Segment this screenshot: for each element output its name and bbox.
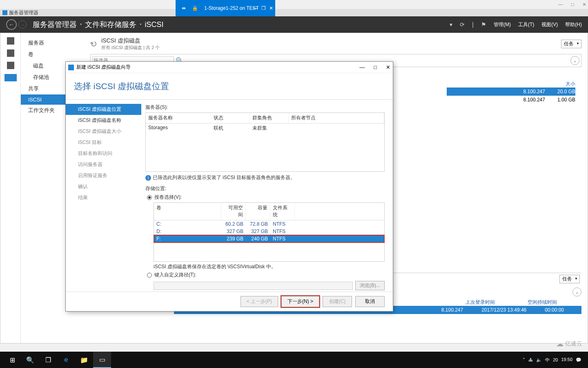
rail-storage-icon[interactable]: [4, 74, 17, 81]
menu-tools[interactable]: 工具(T): [518, 21, 534, 28]
crumb-root[interactable]: 服务器管理器: [33, 20, 77, 29]
col-last-login[interactable]: 上次登录时间: [466, 299, 495, 306]
col-capacity[interactable]: 容量: [246, 203, 270, 220]
table-row[interactable]: 8.100.247 1.00 GB: [447, 96, 575, 104]
tray-overflow[interactable]: ˄: [523, 357, 525, 363]
remote-close[interactable]: ✕: [269, 5, 273, 11]
remote-session-title: 1-Storage1-252 on TEST: [204, 5, 259, 11]
server-manager-taskbar-icon[interactable]: ▭: [93, 352, 111, 368]
col-idle[interactable]: 空闲持续时间: [528, 299, 557, 306]
col-free[interactable]: 可用空间: [221, 203, 246, 220]
wizard-content: 服务器(S): 服务器名称 状态 群集角色 所有者节点 Storages 联机 …: [141, 100, 393, 292]
wizard-titlebar[interactable]: 新建 iSCSI 虚拟磁盘向导 — □ ✕: [66, 62, 393, 73]
app-title-text: 服务器管理器: [9, 9, 38, 16]
col-owner[interactable]: 所有者节点: [289, 113, 384, 123]
host-maximize[interactable]: □: [571, 2, 574, 7]
expand-toggle[interactable]: ⌄: [570, 56, 579, 65]
menu-manage[interactable]: 管理(M): [494, 21, 511, 28]
crumb-iscsi[interactable]: iSCSI: [145, 20, 163, 29]
flag-icon[interactable]: ⚑: [481, 21, 486, 28]
content-title: iSCSI 虚拟磁盘: [101, 37, 160, 45]
header-menu: ▾ ⟳ | ⚑ 管理(M) 工具(T) 视图(V) 帮助(H): [450, 21, 582, 28]
wizard-icon: [68, 65, 74, 70]
ime-icon[interactable]: 中: [545, 357, 550, 363]
servers-grid[interactable]: 服务器名称 状态 群集角色 所有者节点 Storages 联机 未群集: [145, 112, 385, 172]
col-cluster[interactable]: 群集角色: [250, 113, 289, 123]
sidebar-item-volumes[interactable]: 卷: [21, 49, 84, 60]
host-minimize[interactable]: —: [558, 2, 563, 7]
wizard-minimize[interactable]: —: [359, 64, 365, 70]
rail-local-icon[interactable]: [7, 49, 14, 57]
server-manager-icon: [2, 10, 7, 15]
remote-restore[interactable]: ❐: [261, 5, 266, 11]
pin-icon[interactable]: ⇹: [182, 5, 186, 11]
separator: |: [472, 21, 474, 28]
volume-row[interactable]: D: 327 GB 327 GB NTFS: [154, 228, 384, 235]
taskview-button[interactable]: ❐: [39, 352, 57, 368]
search-button[interactable]: 🔍: [21, 352, 39, 368]
info-text: i 已筛选此列表以便仅显示安装了 iSCSI 目标服务器角色的服务器。: [145, 174, 385, 181]
volume-row[interactable]: C: 60.2 GB 72.8 GB NTFS: [154, 220, 384, 228]
wizard-heading: 选择 iSCSI 虚拟磁盘位置: [66, 73, 393, 99]
nav-back-button[interactable]: ←: [6, 19, 17, 30]
next-button[interactable]: 下一步(N) >: [281, 296, 319, 307]
nav-forward-button[interactable]: →: [18, 20, 27, 29]
breadcrumb: 服务器管理器 • 文件和存储服务 • iSCSI: [33, 20, 163, 29]
prev-button: < 上一步(P): [241, 296, 278, 307]
lock-icon[interactable]: 🔒: [192, 5, 198, 11]
cancel-button[interactable]: 取消: [355, 296, 385, 307]
dropdown-icon[interactable]: ▾: [450, 21, 452, 28]
step-name[interactable]: iSCSI 虚拟磁盘名称: [66, 115, 141, 126]
tasks-dropdown-2[interactable]: 任务: [559, 275, 580, 283]
rail-all-icon[interactable]: [7, 62, 14, 69]
table-row[interactable]: 8.100.247 20.0 GB: [447, 88, 575, 96]
radio-by-volume-label[interactable]: 按卷选择(V):: [154, 194, 182, 201]
create-button: 创建(C): [323, 296, 352, 307]
clock[interactable]: 19:50: [561, 357, 572, 362]
servers-label: 服务器(S):: [145, 104, 385, 111]
remote-minimize[interactable]: —: [253, 5, 258, 11]
content-refresh-icon[interactable]: ↻: [88, 38, 99, 50]
radio-custom-path-label[interactable]: 键入自定义路径(T):: [154, 272, 196, 278]
step-servers: 访问服务器: [66, 159, 141, 170]
col-status[interactable]: 状态: [211, 113, 250, 123]
menu-help[interactable]: 帮助(H): [565, 21, 582, 28]
ie-icon[interactable]: e: [57, 352, 75, 368]
step-target: iSCSI 目标: [66, 137, 141, 148]
volume-row-selected[interactable]: F: 239 GB 240 GB NTFS: [154, 235, 384, 242]
menu-view[interactable]: 视图(V): [541, 21, 558, 28]
col-fs[interactable]: 文件系统: [270, 203, 295, 220]
volume-icon[interactable]: 🔈: [536, 357, 542, 363]
rail-dashboard-icon[interactable]: [7, 37, 14, 45]
browse-button: 浏览(B)...: [355, 281, 385, 290]
wizard-maximize[interactable]: □: [374, 64, 377, 70]
remote-session-bar[interactable]: ⇹ 🔒 1-Storage1-252 on TEST — ❐ ✕: [176, 0, 275, 16]
crumb-services[interactable]: 文件和存储服务: [85, 20, 136, 29]
sidebar-item-servers[interactable]: 服务器: [21, 37, 84, 49]
radio-by-volume[interactable]: [147, 195, 152, 200]
host-close[interactable]: ✕: [582, 2, 586, 7]
app-titlebar: 服务器管理器: [0, 9, 588, 16]
notification-icon[interactable]: 💬: [576, 357, 581, 363]
col-volume[interactable]: 卷: [154, 203, 221, 220]
explorer-icon[interactable]: 📁: [75, 352, 93, 368]
col-server-name[interactable]: 服务器名称: [146, 113, 211, 123]
wizard-steps: iSCSI 虚拟磁盘位置 iSCSI 虚拟磁盘名称 iSCSI 虚拟磁盘大小 i…: [66, 100, 141, 292]
host-window-titlebar: — □ ✕: [0, 0, 588, 9]
tasks-dropdown[interactable]: 任务: [561, 40, 581, 48]
clock-alt[interactable]: 20: [553, 357, 558, 362]
expand-toggle-2[interactable]: ⌄: [572, 287, 581, 296]
wizard-close[interactable]: ✕: [386, 64, 390, 70]
system-tray[interactable]: ˄ 🖧 🔈 中 20 19:50 💬: [523, 357, 585, 363]
taskbar[interactable]: ⊞ 🔍 ❐ e 📁 ▭ ˄ 🖧 🔈 中 20 19:50 💬: [0, 352, 588, 368]
network-icon[interactable]: 🖧: [528, 357, 533, 362]
step-access: 目标名称和访问: [66, 148, 141, 159]
start-button[interactable]: ⊞: [3, 352, 21, 368]
volumes-grid[interactable]: 卷 可用空间 容量 文件系统 C: 60.2 GB 72.8 GB NTFS D…: [154, 202, 385, 262]
col-size[interactable]: 大小: [566, 81, 575, 88]
radio-custom-path[interactable]: [147, 273, 152, 278]
server-row[interactable]: Storages 联机 未群集: [146, 123, 384, 133]
refresh-icon[interactable]: ⟳: [460, 21, 465, 28]
step-location[interactable]: iSCSI 虚拟磁盘位置: [66, 104, 141, 115]
content-subtitle: 所有 iSCSI 虚拟磁盘 | 共 2 个: [101, 45, 160, 51]
